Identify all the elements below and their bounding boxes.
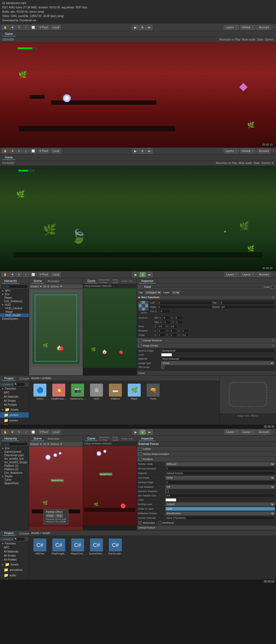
rotation-y[interactable]: [170, 329, 177, 333]
account-btn-2[interactable]: Account: [257, 149, 271, 153]
reflect-probes-select[interactable]: BlendProbes: [165, 512, 275, 515]
play-btn-3[interactable]: ▶: [132, 272, 139, 277]
h2-tex-bck[interactable]: tex_level03_bck: [0, 457, 29, 461]
go-name-input[interactable]: [143, 285, 263, 289]
script-sceneload[interactable]: C# SceneLoad...: [107, 539, 123, 555]
rect-tool[interactable]: ⬜: [30, 25, 37, 30]
material-input-2[interactable]: [165, 471, 275, 475]
account-btn-4[interactable]: Account: [257, 430, 271, 434]
inspector-tab-1[interactable]: Inspector: [139, 279, 156, 284]
default-dropdown-1[interactable]: Default ▼: [240, 25, 256, 30]
pause-btn-3[interactable]: ⏸: [139, 272, 146, 277]
local-btn-1[interactable]: Local: [51, 25, 61, 30]
inspector-tab-2[interactable]: Inspector: [139, 436, 156, 441]
rect-tool-4[interactable]: ⬜: [30, 430, 37, 434]
assets-animations[interactable]: 📁animations: [0, 567, 29, 573]
step-btn-3[interactable]: ⏭: [146, 272, 153, 277]
pause-particle-btn[interactable]: Pause: [46, 514, 55, 517]
h-item-eventsys[interactable]: EventSystem: [0, 317, 29, 321]
default-dropdown-2[interactable]: Default ▼: [240, 149, 256, 153]
go-static-checkbox[interactable]: [271, 285, 274, 289]
play-btn-2[interactable]: ▶: [132, 148, 139, 154]
h2-tex-design[interactable]: tex_level03_design: [0, 461, 29, 464]
pivot-btn-2[interactable]: # Pivot: [38, 149, 50, 153]
hand-tool-2[interactable]: ✋: [2, 149, 9, 153]
layout-dropdown-4[interactable]: Layout ▼: [240, 430, 256, 434]
pause-btn-1[interactable]: ⏸: [139, 25, 146, 30]
local-btn-2[interactable]: Local: [51, 149, 61, 153]
h-item-hud[interactable]: ▶HUD: [0, 303, 29, 306]
fav-materials-2[interactable]: All Materials: [0, 550, 29, 554]
hierarchy-tab-2[interactable]: Hierarchy: [2, 436, 19, 441]
assets-scripts-item[interactable]: 📁scripts: [0, 423, 29, 425]
bottom-input[interactable]: [220, 305, 274, 309]
scale-y[interactable]: [170, 333, 177, 337]
h2-spawnpoint[interactable]: SpawnPoint: [0, 482, 29, 485]
sorting-fudge-input[interactable]: [165, 481, 275, 484]
order-in-layer-input[interactable]: [165, 507, 275, 511]
sort-mode-select[interactable]: None: [165, 476, 275, 480]
receive-shadows-cb[interactable]: [165, 490, 169, 493]
source-image-input[interactable]: [161, 349, 274, 353]
h2-dirlight[interactable]: Directional Light: [0, 454, 29, 457]
h-item-player[interactable]: Player: [0, 296, 29, 299]
normal-dir-input[interactable]: [165, 467, 275, 471]
h-item-hud-cam[interactable]: HUD_Camera: [0, 306, 29, 310]
stop-particle-btn[interactable]: Stop: [56, 514, 63, 517]
scene-tab-2[interactable]: Scene: [31, 436, 44, 441]
fav-scripts[interactable]: All Scripts: [0, 399, 29, 403]
step-btn-1[interactable]: ⏭: [146, 25, 153, 30]
fav-materials[interactable]: All Materials: [0, 395, 29, 399]
asset-ammo[interactable]: 🔵 Ammo: [32, 384, 48, 400]
anchor-min-x[interactable]: [163, 316, 170, 320]
fav-prefabs-2[interactable]: All Prefabs: [0, 558, 29, 562]
render-mode-select[interactable]: Billboard: [165, 462, 275, 466]
rotate-tool[interactable]: ↻: [16, 25, 22, 30]
hierarchy-tab[interactable]: Hierarchy: [2, 279, 19, 284]
anchor-grid[interactable]: [139, 301, 148, 311]
script-playercont[interactable]: C# PlayerCont...: [70, 539, 86, 555]
pivot-x[interactable]: [158, 325, 165, 328]
step-btn-2[interactable]: ⏭: [146, 148, 153, 154]
pause-btn-4[interactable]: ⏸: [139, 430, 146, 435]
wireframe-cb[interactable]: [158, 521, 161, 524]
anchor-max-y[interactable]: [175, 320, 183, 324]
rect-tool-2[interactable]: ⬜: [30, 149, 37, 153]
image-type-select[interactable]: Sliced: [161, 361, 274, 365]
project-tab-1[interactable]: Project: [2, 376, 16, 381]
pivot-btn-3[interactable]: # Pivot: [38, 272, 50, 277]
animator-tab-1[interactable]: Animator: [46, 279, 62, 283]
anchor-max-x[interactable]: [163, 320, 171, 324]
h-item-hud-health[interactable]: HUD_Health: [0, 314, 29, 317]
game-mini-tab-2[interactable]: Game: [85, 436, 98, 441]
rotation-x[interactable]: [158, 329, 165, 333]
local-btn-4[interactable]: Local: [51, 430, 61, 434]
h2-player[interactable]: ▶Player: [0, 475, 29, 478]
move-tool-4[interactable]: ✥: [9, 430, 15, 434]
asset-player[interactable]: 🌿 Player: [126, 384, 142, 400]
resimulate-cb[interactable]: ✓: [139, 521, 142, 524]
layers-dropdown-4[interactable]: Layers ▼: [224, 430, 239, 434]
hand-tool[interactable]: ✋: [2, 25, 9, 30]
scale-tool[interactable]: ⤢: [23, 25, 29, 30]
color-swatch-2[interactable]: [165, 498, 176, 502]
top-input[interactable]: [220, 301, 274, 305]
asset-platform[interactable]: ▬ Platform: [107, 384, 123, 400]
game-mini-tab-1[interactable]: Game: [85, 279, 98, 284]
animator-tab-2[interactable]: Animator: [46, 437, 62, 441]
h2-platform1[interactable]: Platform (1): [0, 464, 29, 468]
tag-select[interactable]: Untagged: [145, 291, 161, 294]
h2-turret[interactable]: Turret: [0, 478, 29, 482]
rect-tool-3[interactable]: ⬜: [30, 272, 37, 277]
assets-audio[interactable]: 📁audio: [0, 573, 29, 578]
pause-btn-2[interactable]: ⏸: [139, 148, 146, 154]
h2-gamecamera[interactable]: GameCamera: [0, 450, 29, 454]
pivot-btn-1[interactable]: # Pivot: [38, 25, 50, 30]
script-pingpong[interactable]: C# PingPongM...: [51, 539, 67, 555]
move-tool-2[interactable]: ✥: [9, 149, 15, 153]
hand-tool-3[interactable]: ✋: [2, 272, 9, 277]
script-killzone[interactable]: C# KillZone: [32, 539, 48, 555]
go-active-checkbox[interactable]: ✓: [139, 285, 142, 289]
rotate-tool-3[interactable]: ↻: [16, 272, 22, 277]
asset-game-camera[interactable]: 📷 GameCame...: [70, 384, 86, 400]
